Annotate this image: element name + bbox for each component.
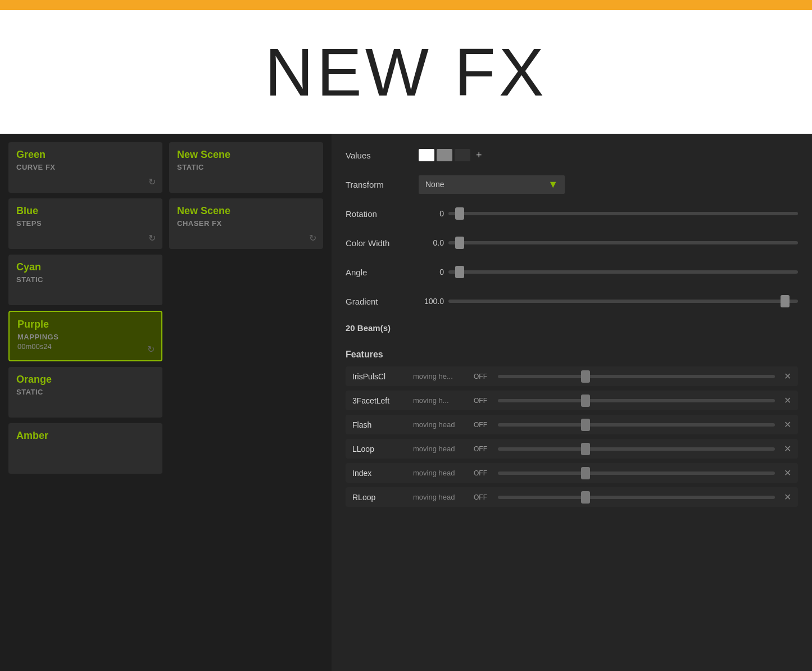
add-swatch-button[interactable]: +: [476, 149, 482, 161]
scene-card-purple[interactable]: PurpleMAPPINGS00m00s24↻: [8, 311, 162, 361]
swatch-gray[interactable]: [437, 149, 452, 161]
feature-status-3: OFF: [474, 445, 493, 453]
color-width-value: 0.0: [419, 238, 444, 247]
swatch-dark[interactable]: [455, 149, 470, 161]
scene-name-newscene1: New Scene: [177, 149, 315, 161]
feature-status-1: OFF: [474, 397, 493, 405]
color-width-slider-container: 0.0: [419, 238, 798, 247]
rotation-slider-container: 0: [419, 209, 798, 218]
scene-time-purple: 00m00s24: [17, 342, 153, 351]
feature-slider-track-2[interactable]: [498, 423, 775, 427]
feature-close-button-3[interactable]: ✕: [784, 443, 791, 454]
transform-label: Transform: [346, 180, 419, 189]
right-panel: Values + Transform None ▼ Rot: [332, 134, 812, 671]
scene-name-green: Green: [16, 149, 155, 161]
scenes-col-right: New SceneSTATICNew SceneCHASER FX↻: [169, 142, 323, 474]
gradient-slider-container: 100.0: [419, 297, 798, 306]
feature-slider-thumb-0[interactable]: [581, 370, 590, 383]
feature-name-5: RLoop: [352, 493, 409, 502]
dropdown-arrow-icon: ▼: [548, 179, 558, 191]
refresh-icon-purple[interactable]: ↻: [147, 344, 155, 355]
scene-card-amber[interactable]: Amber: [8, 423, 162, 474]
features-label: Features: [346, 350, 798, 360]
feature-name-2: Flash: [352, 420, 409, 429]
value-swatches: +: [419, 149, 482, 161]
angle-slider-thumb[interactable]: [455, 266, 464, 278]
feature-close-button-1[interactable]: ✕: [784, 395, 791, 406]
feature-slider-track-5[interactable]: [498, 496, 775, 499]
feature-close-button-2[interactable]: ✕: [784, 419, 791, 430]
swatch-white[interactable]: [419, 149, 434, 161]
transform-dropdown[interactable]: None ▼: [419, 175, 565, 194]
beams-label: 20 Beam(s): [346, 323, 391, 333]
header-area: NEW FX: [0, 10, 812, 134]
scene-type-blue: STEPS: [16, 219, 155, 228]
feature-slider-track-1[interactable]: [498, 399, 775, 402]
color-width-label: Color Width: [346, 238, 419, 248]
scene-card-cyan[interactable]: CyanSTATIC: [8, 255, 162, 305]
transform-value: None: [425, 180, 444, 189]
rotation-row: Rotation 0: [346, 203, 798, 224]
feature-slider-thumb-3[interactable]: [581, 443, 590, 455]
gradient-slider-track[interactable]: [448, 300, 798, 303]
rotation-label: Rotation: [346, 209, 419, 219]
scene-type-cyan: STATIC: [16, 275, 155, 284]
color-width-slider-thumb[interactable]: [455, 237, 464, 249]
feature-row-0: IrisPulsClmoving he...OFF✕: [346, 366, 798, 386]
scene-card-blue[interactable]: BlueSTEPS↻: [8, 198, 162, 249]
feature-name-3: LLoop: [352, 445, 409, 454]
angle-slider-track[interactable]: [448, 270, 798, 274]
scene-type-purple: MAPPINGS: [17, 333, 153, 341]
feature-slider-track-4[interactable]: [498, 471, 775, 475]
refresh-icon-blue[interactable]: ↻: [148, 233, 156, 243]
feature-type-1: moving h...: [413, 396, 469, 405]
feature-row-5: RLoopmoving headOFF✕: [346, 487, 798, 507]
main-title: NEW FX: [265, 33, 547, 111]
feature-slider-track-0[interactable]: [498, 375, 775, 378]
scene-name-amber: Amber: [16, 430, 155, 442]
feature-slider-track-3[interactable]: [498, 447, 775, 451]
feature-close-button-4[interactable]: ✕: [784, 468, 791, 478]
features-list: IrisPulsClmoving he...OFF✕3FacetLeftmovi…: [346, 366, 798, 507]
feature-type-2: moving head: [413, 420, 469, 429]
feature-close-button-5[interactable]: ✕: [784, 492, 791, 502]
feature-row-1: 3FacetLeftmoving h...OFF✕: [346, 391, 798, 410]
scene-card-green[interactable]: GreenCURVE FX↻: [8, 142, 162, 193]
left-panel: GreenCURVE FX↻BlueSTEPS↻CyanSTATICPurple…: [0, 134, 332, 671]
rotation-slider-track[interactable]: [448, 212, 798, 215]
angle-row: Angle 0: [346, 262, 798, 282]
scene-type-newscene1: STATIC: [177, 163, 315, 171]
rotation-slider-thumb[interactable]: [455, 207, 464, 220]
scene-card-newscene2[interactable]: New SceneCHASER FX↻: [169, 198, 323, 249]
transform-row: Transform None ▼: [346, 174, 798, 194]
scene-type-newscene2: CHASER FX: [177, 219, 315, 228]
feature-type-3: moving head: [413, 445, 469, 453]
values-row: Values +: [346, 145, 798, 165]
values-controls: +: [419, 149, 798, 161]
scene-name-newscene2: New Scene: [177, 205, 315, 217]
color-width-slider-track[interactable]: [448, 241, 798, 244]
gradient-label: Gradient: [346, 297, 419, 306]
feature-slider-thumb-4[interactable]: [581, 467, 590, 479]
angle-slider-container: 0: [419, 268, 798, 276]
feature-slider-thumb-2[interactable]: [581, 419, 590, 431]
feature-type-4: moving head: [413, 469, 469, 477]
angle-value: 0: [419, 268, 444, 276]
gradient-row: Gradient 100.0: [346, 291, 798, 311]
feature-status-5: OFF: [474, 493, 493, 501]
scene-type-green: CURVE FX: [16, 163, 155, 171]
feature-slider-thumb-5[interactable]: [581, 491, 590, 504]
scene-card-newscene1[interactable]: New SceneSTATIC: [169, 142, 323, 193]
feature-close-button-0[interactable]: ✕: [784, 371, 791, 382]
feature-status-4: OFF: [474, 469, 493, 477]
scene-card-orange[interactable]: OrangeSTATIC: [8, 367, 162, 418]
gradient-slider-thumb[interactable]: [781, 295, 790, 307]
refresh-icon-newscene2[interactable]: ↻: [309, 233, 316, 243]
feature-row-3: LLoopmoving headOFF✕: [346, 439, 798, 459]
feature-slider-thumb-1[interactable]: [581, 395, 590, 407]
feature-name-0: IrisPulsCl: [352, 372, 409, 381]
scene-name-blue: Blue: [16, 205, 155, 217]
scenes-col-left: GreenCURVE FX↻BlueSTEPS↻CyanSTATICPurple…: [8, 142, 162, 474]
refresh-icon-green[interactable]: ↻: [148, 176, 156, 187]
feature-row-4: Indexmoving headOFF✕: [346, 463, 798, 483]
